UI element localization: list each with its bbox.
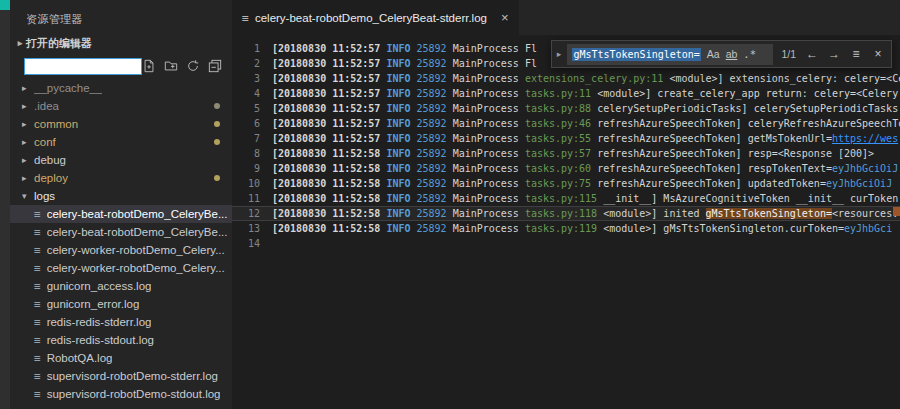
open-editors-section-header[interactable]: ▸ 打开的编辑器	[10, 33, 232, 53]
tree-file[interactable]: ≡celery-worker-robotDemo_Celery...	[10, 259, 232, 277]
tree-folder[interactable]: ▸__pycache__	[10, 79, 232, 97]
tree-file[interactable]: ≡supervisord-robotDemo-stdout.log	[10, 385, 232, 403]
tab-celery-beat-stderr-log[interactable]: ≡ celery-beat-robotDemo_CeleryBeat-stder…	[232, 0, 519, 35]
tree-folder[interactable]: ▸debug	[10, 151, 232, 169]
collapse-all-icon[interactable]	[208, 59, 222, 73]
explorer-actions	[142, 59, 222, 73]
editor-line[interactable]: 9[20180830 11:52:58 INFO 25892 MainProce…	[232, 161, 900, 176]
line-number: 11	[232, 191, 272, 206]
log-file-icon: ≡	[34, 352, 41, 365]
find-input[interactable]: gMsTtsTokenSingleton= Aa ab .*	[567, 44, 773, 65]
editor-line[interactable]: 10[20180830 11:52:58 INFO 25892 MainProc…	[232, 176, 900, 191]
line-text: [20180830 11:52:58 INFO 25892 MainProces…	[272, 191, 900, 206]
new-folder-icon[interactable]	[164, 59, 178, 73]
tree-folder[interactable]: ▸.idea	[10, 97, 232, 115]
line-number: 3	[232, 71, 272, 86]
tree-folder[interactable]: ▾logs	[10, 187, 232, 205]
log-file-icon: ≡	[34, 208, 41, 221]
previous-match-icon[interactable]: ←	[804, 47, 820, 61]
tree-folder[interactable]: ▸conf	[10, 133, 232, 151]
folder-name: common	[34, 118, 78, 130]
activity-accent	[0, 0, 10, 10]
chevron-right-icon: ▸	[14, 38, 26, 48]
line-text: [20180830 11:52:58 INFO 25892 MainProces…	[272, 206, 900, 221]
tree-file[interactable]: ≡celery-beat-robotDemo_CeleryBe...	[10, 205, 232, 223]
find-query-text: gMsTtsTokenSingleton=	[572, 48, 700, 61]
toggle-replace-chevron-icon[interactable]: ▸	[557, 49, 562, 59]
line-number: 1	[232, 41, 272, 56]
line-number: 6	[232, 116, 272, 131]
tree-file[interactable]: ≡supervisord-robotDemo-stderr.log	[10, 367, 232, 385]
explorer-sidebar: 资源管理器 ▸ 打开的编辑器 ▸__pycach	[10, 0, 233, 409]
editor-line[interactable]: 14	[232, 236, 900, 251]
modified-dot	[214, 175, 220, 181]
editor-line[interactable]: 13[20180830 11:52:58 INFO 25892 MainProc…	[232, 221, 900, 236]
folder-name: deploy	[34, 172, 68, 184]
line-text: [20180830 11:52:58 INFO 25892 MainProces…	[272, 161, 900, 176]
find-results-count: 1/1	[781, 48, 796, 60]
log-file-icon: ≡	[34, 298, 41, 311]
folder-name: .idea	[34, 100, 59, 112]
line-number: 5	[232, 101, 272, 116]
folder-name: debug	[34, 154, 66, 166]
refresh-icon[interactable]	[186, 59, 200, 73]
overview-ruler-match-mark	[893, 207, 900, 216]
editor-line[interactable]: 5[20180830 11:52:57 INFO 25892 MainProce…	[232, 101, 900, 116]
regex-icon[interactable]: .*	[743, 48, 756, 60]
log-file-icon: ≡	[34, 226, 41, 239]
line-text: [20180830 11:52:58 INFO 25892 MainProces…	[272, 221, 900, 236]
find-widget: ▸ gMsTtsTokenSingleton= Aa ab .* 1/1 ← →…	[551, 40, 892, 68]
tree-file[interactable]: ≡celery-beat-robotDemo_CeleryBe...	[10, 223, 232, 241]
tree-file[interactable]: ≡celery-worker-robotDemo_Celery...	[10, 241, 232, 259]
chevron-down-icon: ▾	[22, 191, 34, 201]
editor-line[interactable]: 3[20180830 11:52:57 INFO 25892 MainProce…	[232, 71, 900, 86]
log-file-icon: ≡	[34, 316, 41, 329]
editor-line[interactable]: 11[20180830 11:52:58 INFO 25892 MainProc…	[232, 191, 900, 206]
new-file-icon[interactable]	[142, 59, 156, 73]
tree-file[interactable]: ≡redis-redis-stdout.log	[10, 331, 232, 349]
tree-file[interactable]: ≡gunicorn_error.log	[10, 295, 232, 313]
file-name: supervisord-robotDemo-stderr.log	[47, 370, 218, 382]
whole-word-icon[interactable]: ab	[726, 48, 738, 60]
file-name: celery-beat-robotDemo_CeleryBe...	[47, 208, 228, 220]
rename-input[interactable]	[24, 58, 142, 75]
file-name: celery-beat-robotDemo_CeleryBe...	[47, 226, 228, 238]
folder-name: logs	[34, 190, 55, 202]
tree-file[interactable]: ≡gunicorn_access.log	[10, 277, 232, 295]
chevron-right-icon: ▸	[22, 83, 34, 93]
close-find-icon[interactable]: ×	[870, 47, 886, 61]
tree-folder[interactable]: ▸common	[10, 115, 232, 133]
match-case-icon[interactable]: Aa	[707, 48, 720, 60]
file-name: RobotQA.log	[47, 352, 113, 364]
line-number: 13	[232, 221, 272, 236]
activity-bar[interactable]	[0, 0, 10, 409]
editor-line[interactable]: 7[20180830 11:52:57 INFO 25892 MainProce…	[232, 131, 900, 146]
line-number: 12	[232, 206, 272, 221]
find-in-selection-icon[interactable]: ≡	[848, 47, 864, 61]
next-match-icon[interactable]: →	[826, 47, 842, 61]
line-text	[272, 236, 900, 251]
explorer-header-row	[10, 53, 232, 79]
line-text: [20180830 11:52:58 INFO 25892 MainProces…	[272, 146, 900, 161]
chevron-right-icon: ▸	[22, 137, 34, 147]
editor-line[interactable]: 12[20180830 11:52:58 INFO 25892 MainProc…	[232, 206, 900, 221]
tree-folder[interactable]: ▸deploy	[10, 169, 232, 187]
tab-close-icon[interactable]: ×	[501, 10, 509, 25]
log-file-icon: ≡	[34, 280, 41, 293]
chevron-right-icon: ▸	[22, 119, 34, 129]
modified-dot	[214, 139, 220, 145]
editor-line[interactable]: 6[20180830 11:52:57 INFO 25892 MainProce…	[232, 116, 900, 131]
line-number: 14	[232, 236, 272, 251]
line-number: 2	[232, 56, 272, 71]
tree-file[interactable]: ≡RobotQA.log	[10, 349, 232, 367]
editor-line[interactable]: 4[20180830 11:52:57 INFO 25892 MainProce…	[232, 86, 900, 101]
editor-content[interactable]: 1[20180830 11:52:57 INFO 25892 MainProce…	[232, 35, 900, 409]
log-file-icon: ≡	[34, 244, 41, 257]
tree-file[interactable]: ≡redis-redis-stderr.log	[10, 313, 232, 331]
log-file-icon: ≡	[242, 11, 249, 25]
log-file-icon: ≡	[34, 370, 41, 383]
sidebar-title: 资源管理器	[10, 0, 232, 33]
editor-line[interactable]: 8[20180830 11:52:58 INFO 25892 MainProce…	[232, 146, 900, 161]
file-name: redis-redis-stdout.log	[47, 334, 154, 346]
line-number: 8	[232, 146, 272, 161]
